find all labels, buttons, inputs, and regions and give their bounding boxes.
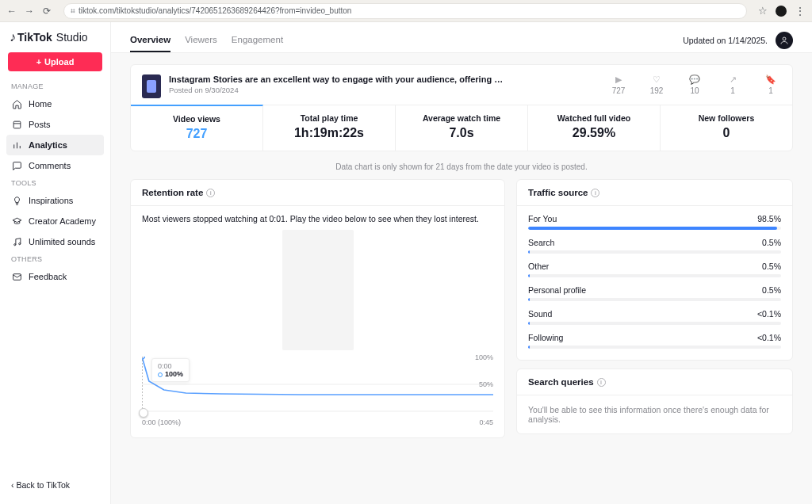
svg-point-4	[783, 37, 786, 40]
traffic-bar	[528, 274, 781, 277]
traffic-row: For You98.5%	[528, 214, 781, 230]
profile-chip[interactable]	[776, 6, 787, 17]
traffic-bar	[528, 250, 781, 254]
traffic-pct: 98.5%	[757, 214, 781, 223]
back-icon[interactable]: ←	[6, 6, 17, 17]
stat-comments: 💬10	[684, 74, 705, 95]
traffic-source-panel: Traffic source i For You98.5%Search0.5%O…	[516, 179, 793, 361]
retention-title: Retention rate	[142, 188, 203, 197]
info-icon[interactable]: i	[597, 378, 606, 387]
tab-overview[interactable]: Overview	[130, 29, 170, 52]
metrics-row: Video views 727 Total play time 1h:19m:2…	[131, 105, 792, 151]
sidebar-item-label: Creator Academy	[29, 216, 96, 226]
browser-menu-icon[interactable]: ⋮	[795, 6, 806, 17]
heart-icon: ♡	[653, 74, 661, 85]
bookmark-star-icon[interactable]: ☆	[758, 5, 768, 17]
traffic-bar	[528, 322, 781, 325]
sidebar-item-label: Feedback	[29, 272, 67, 281]
section-tools-label: TOOLS	[6, 176, 104, 190]
traffic-pct: 0.5%	[762, 285, 781, 295]
sidebar-item-feedback[interactable]: Feedback	[6, 266, 104, 287]
retention-message: Most viewers stopped watching at 0:01. P…	[142, 214, 493, 223]
posts-icon	[11, 119, 22, 130]
mail-icon	[11, 271, 22, 282]
section-manage-label: MANAGE	[6, 79, 104, 94]
y-tick-100: 100%	[475, 353, 493, 361]
metric-video-views[interactable]: Video views 727	[131, 105, 263, 151]
retention-panel: Retention rate i Most viewers stopped wa…	[130, 179, 505, 438]
logo[interactable]: ♪ TikTok Studio	[6, 30, 104, 52]
stat-shares: ↗1	[722, 74, 743, 95]
tabs: Overview Viewers Engagement	[130, 29, 283, 52]
sidebar-item-posts[interactable]: Posts	[6, 114, 104, 135]
video-thumbnail[interactable]	[142, 74, 161, 98]
svg-point-1	[13, 243, 15, 245]
music-icon	[11, 236, 22, 247]
sidebar-item-label: Home	[29, 99, 52, 109]
scrubber-handle[interactable]	[139, 408, 148, 418]
back-to-tiktok-link[interactable]: Back to TikTok	[6, 474, 104, 496]
metric-new-followers[interactable]: New followers 0	[661, 105, 792, 151]
plus-icon: +	[36, 57, 41, 67]
url-text: tiktok.com/tiktokstudio/analytics/742065…	[79, 6, 351, 15]
svg-rect-3	[13, 273, 21, 280]
traffic-pct: 0.5%	[762, 238, 781, 247]
traffic-title: Traffic source	[528, 188, 588, 197]
stat-likes: ♡192	[646, 74, 667, 95]
traffic-label: Other	[528, 262, 549, 271]
traffic-bar	[528, 227, 781, 230]
tiktok-note-icon: ♪	[10, 30, 16, 44]
traffic-pct: <0.1%	[757, 309, 781, 319]
section-others-label: OTHERS	[6, 252, 104, 266]
site-info-icon[interactable]: ⌗	[71, 6, 75, 16]
forward-icon[interactable]: →	[24, 6, 35, 17]
updated-text: Updated on 1/14/2025.	[683, 36, 768, 45]
traffic-label: For You	[528, 214, 557, 223]
stat-saves: 🔖1	[760, 74, 781, 95]
upload-button[interactable]: + Upload	[8, 52, 102, 71]
main: Overview Viewers Engagement Updated on 1…	[111, 22, 812, 504]
metric-watched-full[interactable]: Watched full video 29.59%	[528, 105, 661, 151]
video-title: Instagram Stories are an excellent way t…	[169, 74, 503, 84]
share-icon: ↗	[730, 74, 737, 85]
stat-plays: ▶727	[608, 74, 629, 95]
traffic-row: Other0.5%	[528, 262, 781, 277]
traffic-label: Search	[528, 238, 554, 247]
sidebar-item-inspirations[interactable]: Inspirations	[6, 190, 104, 211]
y-tick-50: 50%	[479, 380, 493, 388]
reload-icon[interactable]: ⟳	[41, 6, 52, 17]
updated-on: Updated on 1/14/2025.	[683, 32, 793, 49]
sidebar-item-label: Comments	[29, 161, 71, 170]
sidebar-item-creator-academy[interactable]: Creator Academy	[6, 211, 104, 231]
bookmark-icon: 🔖	[765, 74, 776, 85]
tab-viewers[interactable]: Viewers	[185, 29, 217, 52]
tab-engagement[interactable]: Engagement	[232, 29, 283, 52]
logo-suffix: Studio	[56, 31, 88, 44]
comments-icon	[11, 160, 22, 171]
retention-video-preview[interactable]	[282, 230, 354, 350]
sidebar-item-comments[interactable]: Comments	[6, 155, 104, 176]
sidebar-item-home[interactable]: Home	[6, 94, 104, 114]
sidebar-item-analytics[interactable]: Analytics	[6, 135, 104, 155]
metric-total-play-time[interactable]: Total play time 1h:19m:22s	[263, 105, 396, 151]
home-icon	[11, 98, 22, 109]
video-quick-stats: ▶727 ♡192 💬10 ↗1 🔖1	[608, 74, 781, 95]
info-icon[interactable]: i	[206, 189, 215, 197]
metric-avg-watch-time[interactable]: Average watch time 7.0s	[396, 105, 528, 151]
video-posted-date: Posted on 9/30/2024	[169, 86, 503, 94]
chart-note: Data chart is only shown for 21 days fro…	[130, 159, 793, 179]
retention-chart[interactable]: 0:00 100% 100% 50%	[142, 357, 493, 412]
avatar[interactable]	[776, 32, 793, 49]
sidebar-item-label: Posts	[29, 120, 51, 129]
search-queries-title: Search queries	[528, 377, 593, 387]
sidebar-item-unlimited-sounds[interactable]: Unlimited sounds	[6, 231, 104, 252]
logo-brand: TikTok	[17, 31, 52, 44]
url-bar[interactable]: ⌗ tiktok.com/tiktokstudio/analytics/7420…	[63, 3, 747, 19]
info-icon[interactable]: i	[591, 189, 599, 197]
sidebar-item-label: Analytics	[29, 140, 67, 150]
tooltip-dot-icon	[158, 372, 163, 377]
x-start: 0:00 (100%)	[142, 418, 181, 426]
video-summary-card: Instagram Stories are an excellent way t…	[130, 64, 793, 151]
retention-line-chart	[142, 357, 493, 412]
svg-rect-0	[13, 121, 21, 128]
